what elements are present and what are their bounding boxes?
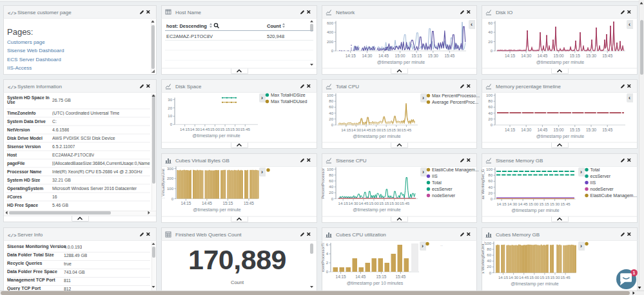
svg-text:Count: Count [267, 23, 281, 29]
svg-text:›: › [580, 169, 582, 175]
svg-text:15:45: 15:45 [602, 128, 612, 132]
svg-text:15:00: 15:00 [371, 128, 382, 132]
svg-text:40: 40 [329, 111, 333, 115]
svg-text:15:45: 15:45 [400, 201, 410, 205]
svg-text:14:15: 14:15 [180, 127, 190, 131]
svg-text:15:30: 15:30 [389, 201, 400, 205]
svg-text:EC2AMAZ-P1TOC8V: EC2AMAZ-P1TOC8V [166, 33, 213, 39]
svg-text:80: 80 [488, 173, 493, 177]
svg-text:..: .. [440, 242, 443, 247]
svg-text:80: 80 [329, 173, 333, 177]
svg-text:60: 60 [488, 105, 493, 109]
svg-text:: VirtualBytesUnit: : VirtualBytesUnit [161, 169, 165, 198]
svg-text:</>: </> [8, 11, 17, 16]
svg-text:15:45: 15:45 [602, 53, 612, 58]
svg-text:@timestamp per minute: @timestamp per minute [536, 60, 585, 65]
svg-text:100: 100 [486, 167, 493, 171]
svg-text:15:00: 15:00 [369, 201, 379, 205]
svg-text:14:15: 14:15 [498, 275, 509, 280]
svg-text:14:30: 14:30 [521, 128, 531, 132]
svg-text:15:45: 15:45 [240, 127, 251, 131]
svg-text:14:30: 14:30 [190, 127, 200, 131]
svg-text:15:00: 15:00 [554, 53, 564, 58]
svg-text:14:15: 14:15 [336, 274, 346, 279]
svg-text:15:30: 15:30 [230, 127, 240, 131]
svg-text:15:30: 15:30 [586, 53, 596, 58]
svg-text:14:30: 14:30 [362, 53, 372, 58]
svg-text:200: 200 [167, 176, 174, 180]
svg-text:14:45: 14:45 [361, 128, 371, 132]
svg-text:@timestamp per minute: @timestamp per minute [353, 134, 401, 139]
svg-text:14:30: 14:30 [521, 53, 531, 58]
svg-text:14:15: 14:15 [338, 201, 349, 205]
svg-text:14:15: 14:15 [505, 128, 515, 132]
svg-text:ecsServer: ecsServer [590, 174, 611, 178]
svg-text:14:15: 14:15 [181, 201, 191, 205]
svg-text:Total: Total [590, 167, 600, 172]
svg-text:Finished Web Queries Count: Finished Web Queries Count [175, 232, 242, 238]
svg-text:600: 600 [327, 21, 334, 25]
svg-text:14:45: 14:45 [200, 127, 210, 131]
svg-text:‹: ‹ [471, 21, 473, 28]
svg-text:@timestamp per minute: @timestamp per minute [536, 134, 585, 139]
svg-text:15:00: 15:00 [554, 128, 564, 132]
svg-text:15:45: 15:45 [444, 53, 454, 58]
svg-text:15:45: 15:45 [560, 202, 571, 206]
svg-text:Sisense Memory GB: Sisense Memory GB [496, 158, 543, 164]
svg-text:14:30: 14:30 [507, 202, 518, 206]
svg-text:›: › [261, 169, 263, 175]
svg-text:›: › [422, 169, 424, 175]
svg-text:15:15: 15:15 [376, 274, 386, 279]
svg-text:20: 20 [488, 191, 493, 195]
svg-text:20: 20 [168, 106, 172, 110]
svg-text:30: 30 [168, 98, 172, 102]
svg-text:20: 20 [487, 265, 491, 269]
svg-text:›: › [422, 243, 424, 249]
svg-text:0: 0 [491, 123, 493, 127]
svg-text:40: 40 [488, 111, 493, 115]
svg-text:Server Info: Server Info [17, 232, 43, 238]
svg-text:15:15: 15:15 [570, 53, 580, 58]
svg-text:100: 100 [486, 93, 493, 97]
svg-text:14:45: 14:45 [355, 274, 366, 279]
svg-text:15:15: 15:15 [411, 53, 422, 58]
svg-text:Max PercentProcesso...: Max PercentProcesso... [432, 93, 480, 98]
svg-text:0: 0 [491, 197, 493, 201]
svg-text:20: 20 [329, 191, 333, 195]
svg-text:14:45: 14:45 [202, 201, 212, 205]
svg-text:80: 80 [488, 99, 493, 103]
svg-text:14:15: 14:15 [496, 202, 507, 206]
svg-text:ax WorkingSet_G: ax WorkingSet_G [481, 169, 485, 199]
svg-text:60: 60 [488, 179, 493, 183]
svg-text:Cubes Memory GB: Cubes Memory GB [496, 232, 540, 238]
svg-text:‹: ‹ [629, 21, 630, 28]
svg-text:15:15: 15:15 [222, 201, 233, 205]
svg-text:@timestamp per minute: @timestamp per minute [377, 60, 425, 65]
svg-text:@timestamp per 10 minutes: @timestamp per 10 minutes [347, 281, 404, 286]
svg-text:IIS: IIS [432, 174, 438, 178]
svg-text:4: 4 [326, 252, 329, 256]
svg-text:15:45: 15:45 [244, 201, 254, 205]
svg-text:Max TotalHDSize: Max TotalHDSize [271, 93, 306, 97]
svg-text:15:45: 15:45 [395, 274, 405, 279]
svg-text:@timestamp per minute: @timestamp per minute [353, 207, 401, 213]
svg-text:15:15: 15:15 [570, 128, 580, 132]
svg-text:520,948: 520,948 [267, 33, 284, 39]
svg-text:15:15: 15:15 [220, 127, 230, 131]
svg-text:15:30: 15:30 [428, 53, 438, 58]
svg-text:@timestamp per minute: @timestamp per minute [511, 281, 559, 287]
svg-text:60: 60 [488, 21, 493, 25]
svg-text:0: 0 [170, 122, 173, 126]
svg-text:15:45: 15:45 [560, 275, 571, 280]
svg-text:14:30: 14:30 [348, 201, 358, 205]
svg-text:20: 20 [488, 40, 493, 44]
svg-text:40: 40 [329, 185, 333, 189]
svg-text:0: 0 [171, 197, 174, 201]
svg-text:</>: </> [8, 85, 17, 90]
svg-text:15:00: 15:00 [210, 127, 220, 131]
svg-text:20: 20 [329, 117, 333, 121]
svg-text:14:45: 14:45 [519, 275, 529, 280]
svg-text:›: › [261, 95, 263, 101]
svg-text:15:45: 15:45 [402, 128, 412, 132]
svg-text:15:00: 15:00 [529, 275, 540, 280]
